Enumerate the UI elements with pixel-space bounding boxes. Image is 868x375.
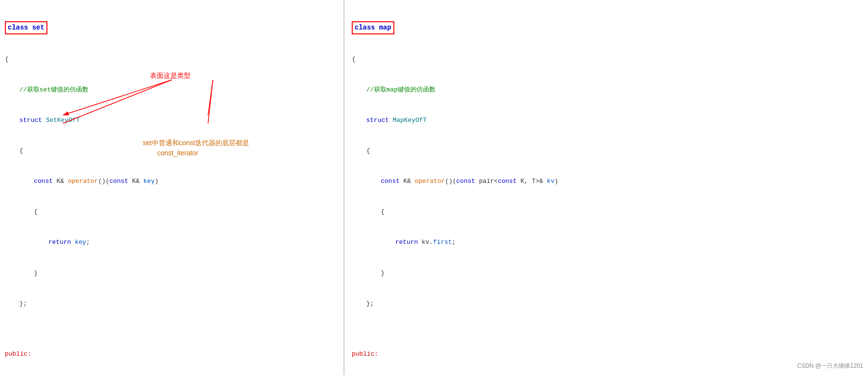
annotation-const-iter: set中普通和const迭代器的底层都是const_iterator [143,138,249,158]
right-panel: class map { //获取map键值的仿函数 struct MapKeyO… [344,0,868,375]
annotation-surface-type: 表面这是类型 [150,72,191,80]
class-map-title: class map [352,21,394,34]
comment-1: //获取set键值的仿函数 [19,86,89,93]
right-code: class map { //获取map键值的仿函数 struct MapKeyO… [352,1,863,375]
left-code: class set { //获取set键值的仿函数 struct SetKeyO… [5,1,339,375]
class-set-title: class set [5,21,47,34]
main-container: class set { //获取set键值的仿函数 struct SetKeyO… [0,0,868,375]
left-panel: class set { //获取set键值的仿函数 struct SetKeyO… [0,0,344,375]
watermark: CSDN @一只大喵咪1201 [797,362,863,370]
